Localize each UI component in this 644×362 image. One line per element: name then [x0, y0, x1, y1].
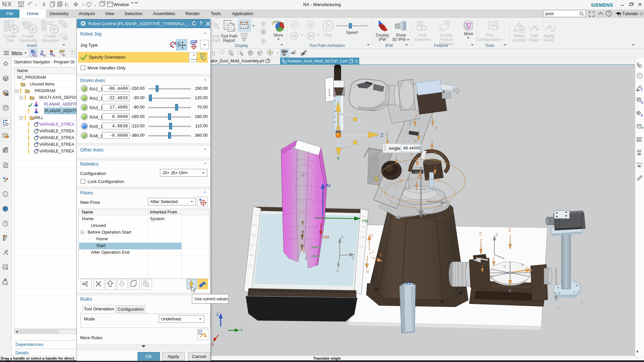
- svg-text:ab: ab: [83, 282, 87, 286]
- svg-text:X: X: [211, 342, 214, 347]
- svg-text:ZM: ZM: [324, 183, 330, 188]
- svg-text:Z: Z: [415, 113, 418, 118]
- svg-text:Z: Z: [216, 312, 219, 317]
- svg-text:Y: Y: [204, 53, 206, 56]
- svg-text:Z: Z: [341, 235, 343, 240]
- svg-text:X: X: [557, 306, 560, 311]
- svg-text:X: X: [400, 179, 403, 184]
- svg-text:-86.44000: -86.44000: [402, 146, 420, 150]
- svg-text:Y: Y: [437, 177, 440, 182]
- svg-text:Z: Z: [508, 227, 511, 233]
- svg-text:X: X: [414, 138, 417, 143]
- svg-text:Y: Y: [580, 300, 583, 305]
- svg-text:X: X: [423, 212, 426, 217]
- svg-text:+1-: +1-: [415, 171, 419, 174]
- svg-text:X: X: [366, 269, 369, 274]
- svg-text:x: x: [205, 57, 206, 60]
- svg-text:X: X: [334, 94, 336, 98]
- svg-text:?: ?: [608, 11, 610, 16]
- svg-text:X: X: [423, 186, 426, 191]
- svg-text:X: X: [490, 274, 493, 279]
- svg-text:X: X: [305, 256, 307, 261]
- svg-text:YM: YM: [362, 219, 368, 224]
- svg-text:Z: Z: [409, 121, 412, 126]
- svg-text:Z: Z: [479, 231, 482, 237]
- svg-text:MCS: MCS: [637, 162, 643, 165]
- svg-text:X: X: [417, 175, 420, 180]
- svg-text:Y: Y: [503, 264, 506, 269]
- svg-text:X: X: [336, 268, 339, 273]
- svg-text:Angle: Angle: [389, 146, 400, 151]
- svg-text:7: 7: [72, 51, 73, 53]
- svg-text:Y: Y: [379, 253, 382, 258]
- svg-text:Z: Z: [495, 232, 498, 237]
- svg-text:X: X: [508, 288, 512, 293]
- svg-text:Z: Z: [386, 131, 388, 136]
- svg-text:Y: Y: [521, 263, 524, 268]
- svg-text:Y: Y: [240, 328, 243, 333]
- svg-text:Z: Z: [380, 132, 383, 138]
- svg-text:Z: Z: [370, 233, 373, 238]
- svg-text:Y: Y: [352, 255, 355, 260]
- svg-text:MCS: MCS: [282, 50, 288, 53]
- svg-text:Y: Y: [435, 126, 438, 131]
- svg-text:Y: Y: [434, 151, 437, 156]
- svg-text:Z: Z: [202, 53, 204, 56]
- svg-text:XM: XM: [323, 235, 329, 240]
- svg-text:?: ?: [639, 74, 641, 78]
- svg-text:GO: GO: [637, 139, 641, 141]
- svg-text:Y: Y: [336, 156, 340, 161]
